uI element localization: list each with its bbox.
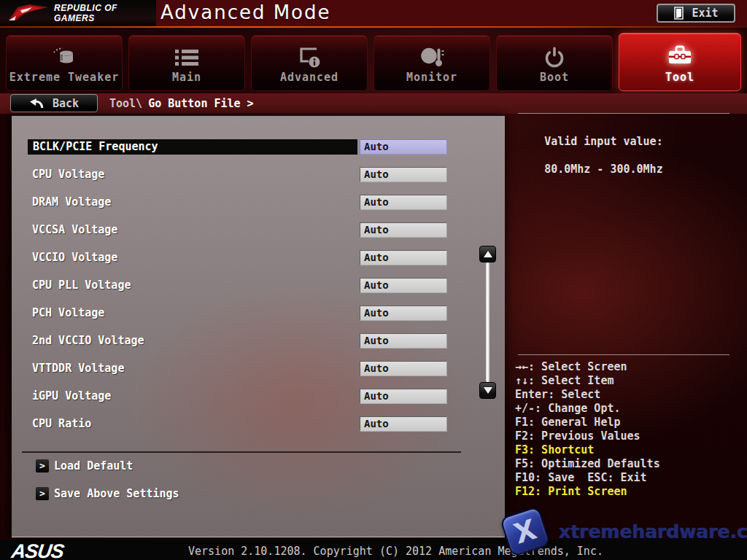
- back-arrow-icon: [29, 98, 44, 109]
- accent-line: [0, 26, 747, 28]
- page-title: Advanced Mode: [160, 1, 331, 23]
- setting-row-bclk-pcie-frequency[interactable]: BCLK/PCIE Frequency Auto: [12, 139, 505, 155]
- tab-boot[interactable]: Boot: [496, 35, 613, 91]
- help-line: F10: Save ESC: Exit: [515, 471, 660, 485]
- setting-row-vccsa-voltage[interactable]: VCCSA Voltage Auto: [12, 222, 505, 238]
- asus-logo: ASUS: [10, 540, 65, 560]
- setting-row-cpu-ratio[interactable]: CPU Ratio Auto: [12, 416, 505, 432]
- value-select[interactable]: Auto: [360, 416, 447, 432]
- key-help-list: →←: Select Screen ↑↓: Select Item Enter:…: [515, 360, 660, 499]
- breadcrumb-prefix: Tool\: [109, 97, 142, 110]
- scroll-up-button[interactable]: [479, 246, 496, 262]
- setting-row-vccio-voltage[interactable]: VCCIO Voltage Auto: [12, 250, 505, 265]
- value-select[interactable]: Auto: [360, 389, 447, 404]
- door-exit-icon: [673, 7, 684, 20]
- tab-main[interactable]: Main: [128, 35, 245, 91]
- exit-button[interactable]: Exit: [657, 4, 735, 23]
- valid-input-hint: Valid input value: 80.0Mhz - 300.0Mhz: [518, 121, 663, 190]
- triangle-up-icon: [484, 251, 492, 257]
- value-select[interactable]: Auto: [360, 167, 447, 182]
- help-line: F2: Previous Values: [515, 429, 660, 443]
- value-select[interactable]: Auto: [360, 333, 447, 349]
- tweaker-knob-icon: [7, 44, 122, 71]
- advanced-info-icon: [252, 44, 367, 71]
- back-button[interactable]: Back: [10, 94, 98, 112]
- help-line: F3: Shortcut: [515, 443, 660, 457]
- value-select[interactable]: Auto: [360, 139, 447, 155]
- chevron-right-icon: >: [35, 486, 50, 501]
- rog-logo-icon: [7, 1, 51, 25]
- tab-advanced[interactable]: Advanced: [251, 35, 368, 91]
- setting-row-cpu-voltage[interactable]: CPU Voltage Auto: [12, 167, 505, 182]
- value-select[interactable]: Auto: [360, 361, 447, 376]
- triangle-down-icon: [484, 387, 492, 394]
- setting-row-vttddr-voltage[interactable]: VTTDDR Voltage Auto: [12, 361, 505, 376]
- tab-extreme-tweaker[interactable]: Extreme Tweaker: [6, 35, 123, 91]
- help-line: F5: Optimized Defaults: [515, 457, 660, 471]
- divider: [22, 451, 461, 453]
- value-select[interactable]: Auto: [360, 250, 447, 265]
- breadcrumb-bar: Back Tool\Go Button File >: [0, 93, 747, 114]
- chevron-right-icon: >: [35, 459, 50, 473]
- help-line: Enter: Select: [515, 388, 660, 402]
- brand-text: REPUBLIC OF GAMERS: [54, 3, 117, 23]
- monitor-gauge-icon: [374, 44, 489, 71]
- toolbox-icon: [619, 42, 740, 69]
- bios-screen: REPUBLIC OF GAMERS Advanced Mode Exit: [0, 0, 747, 560]
- setting-row-dram-voltage[interactable]: DRAM Voltage Auto: [12, 195, 505, 210]
- list-icon: [129, 44, 244, 71]
- tab-monitor[interactable]: Monitor: [374, 35, 490, 91]
- setting-row-igpu-voltage[interactable]: iGPU Voltage Auto: [12, 389, 505, 404]
- watermark-text: xtremehardware.com: [559, 521, 747, 542]
- scroll-down-button[interactable]: [479, 382, 496, 399]
- value-select[interactable]: Auto: [360, 222, 447, 238]
- rog-logo-block: REPUBLIC OF GAMERS: [0, 0, 156, 26]
- sidebar-divider-bottom: [518, 354, 729, 355]
- value-select[interactable]: Auto: [360, 306, 447, 321]
- help-line: F1: General Help: [515, 416, 660, 429]
- scrollbar-track[interactable]: [486, 262, 489, 382]
- settings-panel: BCLK/PCIE Frequency Auto CPU Voltage Aut…: [12, 114, 505, 537]
- value-select[interactable]: Auto: [360, 195, 447, 210]
- value-select[interactable]: Auto: [360, 278, 447, 293]
- help-line: F12: Print Screen: [515, 485, 660, 499]
- breadcrumb-current: Go Button File >: [148, 97, 254, 110]
- breadcrumb: Tool\Go Button File >: [109, 97, 254, 110]
- help-line: →←: Select Screen: [515, 360, 660, 374]
- setting-row-2nd-vccio-voltage[interactable]: 2nd VCCIO Voltage Auto: [12, 333, 505, 349]
- sidebar-divider-top: [518, 113, 729, 114]
- top-bar: REPUBLIC OF GAMERS Advanced Mode Exit: [0, 0, 747, 26]
- help-line: ↑↓: Select Item: [515, 374, 660, 388]
- setting-row-cpu-pll-voltage[interactable]: CPU PLL Voltage Auto: [12, 278, 505, 293]
- tab-tool[interactable]: Tool: [619, 33, 741, 91]
- power-icon: [497, 44, 612, 71]
- help-line: +/-: Change Opt.: [515, 402, 660, 416]
- setting-row-pch-voltage[interactable]: PCH Voltage Auto: [12, 306, 505, 321]
